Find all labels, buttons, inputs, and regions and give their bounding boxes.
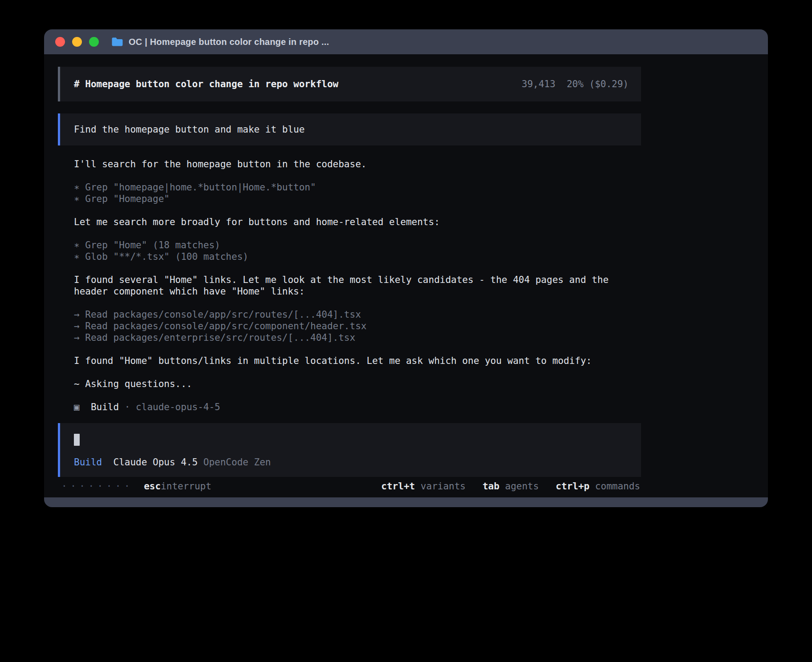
agent-icon: ▣	[74, 402, 80, 412]
status-asking-questions: ~ Asking questions...	[74, 378, 632, 390]
model-name[interactable]: Claude Opus 4.5	[114, 457, 198, 468]
tool-call-group: ∗ Grep "Home" (18 matches) ∗ Glob "**/*.…	[74, 239, 632, 262]
esc-key-hint: esc	[144, 480, 161, 492]
tool-call-group: → Read packages/console/app/src/routes/[…	[74, 309, 632, 343]
tool-call-grep: ∗ Grep "homepage|home.*button|Home.*butt…	[74, 182, 632, 193]
window-footer	[44, 497, 768, 507]
terminal-content: # Homepage button color change in repo w…	[44, 54, 768, 497]
tool-call-group: ∗ Grep "homepage|home.*button|Home.*butt…	[74, 182, 632, 205]
agent-separator: ·	[125, 402, 130, 412]
assistant-transcript: I'll search for the homepage button in t…	[58, 158, 641, 413]
spinner-dots: ········	[61, 480, 133, 492]
folder-icon	[111, 37, 123, 47]
token-count: 39,413	[522, 79, 556, 89]
provider-name: OpenCode Zen	[203, 457, 271, 468]
status-bar: ········ esc interrupt ctrl+t variants t…	[58, 477, 641, 496]
window-title: OC | Homepage button color change in rep…	[129, 37, 329, 47]
zoom-window-button[interactable]	[89, 37, 99, 47]
keyboard-hints: ctrl+t variants tab agents ctrl+p comman…	[381, 480, 640, 492]
minimize-window-button[interactable]	[72, 37, 82, 47]
assistant-text: I found several "Home" links. Let me loo…	[74, 274, 632, 297]
commands-hint-label: commands	[595, 481, 640, 492]
agent-name: Build	[91, 402, 119, 412]
assistant-text: I'll search for the homepage button in t…	[74, 158, 632, 170]
agents-key-hint: tab	[483, 481, 499, 492]
user-message-text: Find the homepage button and make it blu…	[74, 124, 304, 135]
variants-key-hint: ctrl+t	[381, 481, 415, 492]
close-window-button[interactable]	[55, 37, 65, 47]
terminal-window: OC | Homepage button color change in rep…	[44, 29, 768, 507]
session-stats: 39,41320% ($0.29)	[522, 78, 629, 90]
agents-hint-label: agents	[505, 481, 539, 492]
tool-call-read: → Read packages/console/app/src/routes/[…	[74, 309, 632, 320]
window-titlebar: OC | Homepage button color change in rep…	[44, 29, 768, 54]
context-usage: 20% ($0.29)	[567, 79, 629, 89]
variants-hint-label: variants	[421, 481, 466, 492]
tool-call-read: → Read packages/enterprise/src/routes/[.…	[74, 332, 632, 343]
prompt-input[interactable]: BuildClaude Opus 4.5OpenCode Zen	[58, 423, 641, 477]
input-meta-row: BuildClaude Opus 4.5OpenCode Zen	[74, 456, 629, 468]
session-header: # Homepage button color change in repo w…	[58, 67, 641, 101]
tool-call-read: → Read packages/console/app/src/componen…	[74, 320, 632, 332]
user-message: Find the homepage button and make it blu…	[58, 113, 641, 145]
tool-call-grep: ∗ Grep "Home" (18 matches)	[74, 239, 632, 251]
agent-mode-label[interactable]: Build	[74, 457, 102, 468]
agent-model: claude-opus-4-5	[136, 402, 220, 412]
session-title: # Homepage button color change in repo w…	[74, 78, 338, 90]
tool-call-glob: ∗ Glob "**/*.tsx" (100 matches)	[74, 251, 632, 262]
agent-status-line: ▣Build·claude-opus-4-5	[74, 401, 632, 413]
assistant-text: Let me search more broadly for buttons a…	[74, 216, 632, 228]
commands-key-hint: ctrl+p	[556, 481, 589, 492]
assistant-text: I found "Home" buttons/links in multiple…	[74, 355, 632, 367]
text-cursor	[74, 434, 80, 446]
tool-call-grep: ∗ Grep "Homepage"	[74, 193, 632, 205]
esc-hint-label: interrupt	[161, 480, 211, 492]
